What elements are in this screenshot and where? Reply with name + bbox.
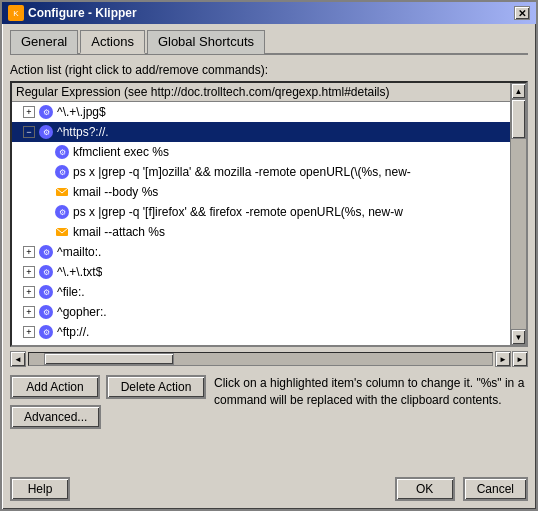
tab-actions[interactable]: Actions — [80, 30, 145, 54]
expand-button[interactable]: + — [23, 286, 35, 298]
gear-icon: ⚙ — [39, 305, 53, 319]
kmail-icon — [55, 185, 69, 199]
close-button[interactable]: ✕ — [514, 6, 530, 20]
item-text: ^file:. — [57, 285, 85, 299]
ok-button[interactable]: OK — [395, 477, 455, 501]
gear-icon: ⚙ — [39, 125, 53, 139]
add-delete-buttons: Add Action Delete Action — [10, 375, 206, 399]
kmail-icon — [55, 225, 69, 239]
scroll-up-button[interactable]: ▲ — [511, 83, 526, 99]
gear-icon: ⚙ — [39, 245, 53, 259]
expand-button[interactable]: + — [23, 266, 35, 278]
tree-item[interactable]: + ⚙ ^ftp://. — [12, 322, 510, 342]
item-text: ^\.+\.txt$ — [57, 265, 102, 279]
vertical-scrollbar[interactable]: ▲ ▼ — [510, 83, 526, 345]
scroll-down-button[interactable]: ▼ — [511, 329, 526, 345]
expand-button[interactable]: + — [23, 306, 35, 318]
ok-cancel-buttons: OK Cancel — [395, 477, 528, 501]
gear-icon: ⚙ — [39, 325, 53, 339]
item-text: ^mailto:. — [57, 245, 101, 259]
tab-global-shortcuts[interactable]: Global Shortcuts — [147, 30, 265, 54]
tree-header: Regular Expression (see http://doc.troll… — [12, 83, 510, 102]
titlebar: K Configure - Klipper ✕ — [2, 2, 536, 24]
window-content: General Actions Global Shortcuts Action … — [2, 24, 536, 509]
gear-icon: ⚙ — [55, 205, 69, 219]
item-text: ^gopher:. — [57, 305, 107, 319]
item-text: ps x |grep -q '[f]irefox' && firefox -re… — [73, 205, 403, 219]
help-button[interactable]: Help — [10, 477, 70, 501]
expand-button[interactable]: + — [23, 246, 35, 258]
hscroll-right-button[interactable]: ► — [495, 351, 511, 367]
tree-scroll-area[interactable]: + ⚙ ^\.+\.jpg$ − ⚙ ^https?://. — [12, 102, 510, 345]
cancel-button[interactable]: Cancel — [463, 477, 528, 501]
item-icon: ⚙ — [38, 264, 54, 280]
item-icon: ⚙ — [38, 284, 54, 300]
item-icon: ⚙ — [54, 164, 70, 180]
item-icon: ⚙ — [38, 324, 54, 340]
add-action-button[interactable]: Add Action — [10, 375, 100, 399]
item-text: ^ftp://. — [57, 325, 89, 339]
item-text: ps x |grep -q '[m]ozilla' && mozilla -re… — [73, 165, 411, 179]
hscroll-left-button[interactable]: ◄ — [10, 351, 26, 367]
gear-icon: ⚙ — [39, 265, 53, 279]
gear-icon: ⚙ — [55, 165, 69, 179]
action-buttons: Add Action Delete Action Advanced... — [10, 375, 206, 465]
tab-general[interactable]: General — [10, 30, 78, 54]
item-text: kfmclient exec %s — [73, 145, 169, 159]
svg-text:K: K — [13, 9, 19, 18]
advanced-button[interactable]: Advanced... — [10, 405, 101, 429]
item-text: kmail --attach %s — [73, 225, 165, 239]
tree-item[interactable]: ⚙ ps x |grep -q '[f]irefox' && firefox -… — [12, 202, 510, 222]
dialog-buttons: Help OK Cancel — [10, 473, 528, 501]
scroll-thumb[interactable] — [511, 99, 526, 139]
tree-item[interactable]: + ⚙ ^file:. — [12, 282, 510, 302]
gear-icon: ⚙ — [55, 145, 69, 159]
hscroll-thumb[interactable] — [44, 353, 174, 365]
tree-item[interactable]: + ⚙ ^\.+\.jpg$ — [12, 102, 510, 122]
item-icon: ⚙ — [38, 244, 54, 260]
info-text: Click on a highlighted item's column to … — [214, 375, 528, 465]
collapse-button[interactable]: − — [23, 126, 35, 138]
item-icon: ⚙ — [38, 124, 54, 140]
action-buttons-section: Add Action Delete Action Advanced... Cli… — [10, 375, 528, 465]
tree-item[interactable]: + ⚙ ^gopher:. — [12, 302, 510, 322]
item-icon: ⚙ — [38, 304, 54, 320]
expand-button[interactable]: + — [23, 326, 35, 338]
tree-item[interactable]: kmail --body %s — [12, 182, 510, 202]
gear-icon: ⚙ — [39, 285, 53, 299]
item-text: ^\.+\.jpg$ — [57, 105, 106, 119]
item-icon — [54, 224, 70, 240]
gear-icon: ⚙ — [39, 105, 53, 119]
scroll-track — [511, 99, 526, 329]
item-icon: ⚙ — [38, 104, 54, 120]
hscroll-bar: ◄ ► ► — [10, 351, 528, 367]
item-icon: ⚙ — [54, 144, 70, 160]
hscroll-track — [28, 352, 493, 366]
hscroll-right2-button[interactable]: ► — [512, 351, 528, 367]
tree-item[interactable]: kmail --attach %s — [12, 222, 510, 242]
tree-item[interactable]: ⚙ ps x |grep -q '[m]ozilla' && mozilla -… — [12, 162, 510, 182]
tree-item[interactable]: + ⚙ ^mailto:. — [12, 242, 510, 262]
section-label: Action list (right click to add/remove c… — [10, 63, 528, 77]
item-text: ^https?://. — [57, 125, 109, 139]
configure-klipper-window: K Configure - Klipper ✕ General Actions … — [0, 0, 538, 511]
expand-button[interactable]: + — [23, 106, 35, 118]
tree-item[interactable]: − ⚙ ^https?://. — [12, 122, 510, 142]
tree-item[interactable]: ⚙ kfmclient exec %s — [12, 142, 510, 162]
hscroll-right-buttons: ► ► — [495, 351, 528, 367]
titlebar-left: K Configure - Klipper — [8, 5, 137, 21]
app-icon: K — [8, 5, 24, 21]
item-icon: ⚙ — [54, 204, 70, 220]
tab-bar: General Actions Global Shortcuts — [10, 30, 528, 55]
item-text: kmail --body %s — [73, 185, 158, 199]
action-list-tree: Regular Expression (see http://doc.troll… — [10, 81, 528, 347]
tree-item[interactable]: + ⚙ ^\.+\.txt$ — [12, 262, 510, 282]
window-title: Configure - Klipper — [28, 6, 137, 20]
delete-action-button[interactable]: Delete Action — [106, 375, 206, 399]
item-icon — [54, 184, 70, 200]
